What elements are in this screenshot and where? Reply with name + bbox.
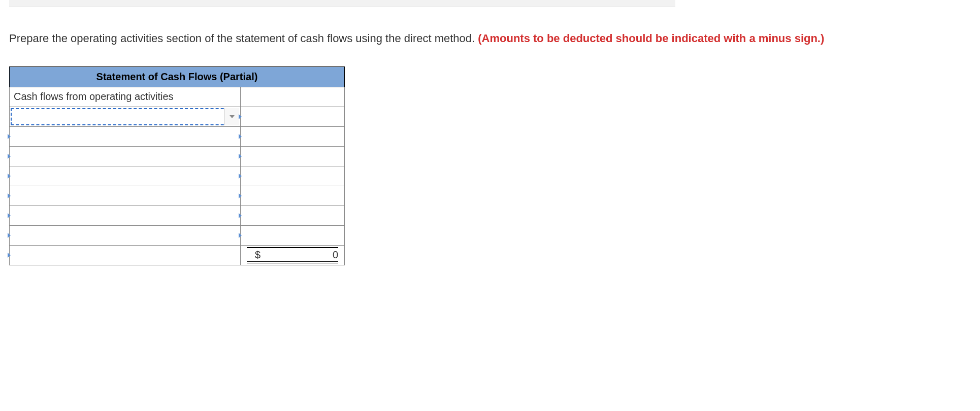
- line-item-value-input[interactable]: [241, 225, 345, 245]
- table-row: [10, 225, 345, 245]
- total-label-input[interactable]: [10, 245, 241, 265]
- section-heading-value: [241, 87, 345, 107]
- expand-indicator-icon: [239, 154, 242, 159]
- line-item-dropdown[interactable]: [10, 107, 241, 126]
- expand-indicator-icon: [239, 233, 242, 238]
- content: Prepare the operating activities section…: [0, 7, 980, 265]
- dropdown-field[interactable]: [11, 108, 239, 125]
- total-row: $ 0: [10, 245, 345, 265]
- table-row: [10, 126, 345, 146]
- currency-symbol: $: [247, 249, 260, 261]
- line-item-value-input[interactable]: [241, 166, 345, 186]
- line-item-value-input[interactable]: [241, 186, 345, 206]
- line-item-label-input[interactable]: [10, 186, 241, 206]
- line-item-label-input[interactable]: [10, 126, 241, 146]
- table-row: [10, 186, 345, 206]
- expand-indicator-icon: [8, 154, 11, 159]
- expand-indicator-icon: [8, 174, 11, 179]
- expand-indicator-icon: [8, 193, 11, 198]
- instruction-emphasis: (Amounts to be deducted should be indica…: [478, 32, 824, 45]
- cash-flow-table: Statement of Cash Flows (Partial) Cash f…: [9, 66, 345, 265]
- table-row: [10, 206, 345, 225]
- expand-indicator-icon: [8, 253, 11, 258]
- table-row: [10, 107, 345, 126]
- line-item-label-input[interactable]: [10, 146, 241, 166]
- line-item-value-input[interactable]: [241, 206, 345, 225]
- dropdown-toggle[interactable]: [224, 108, 239, 125]
- line-item-value-input[interactable]: [241, 126, 345, 146]
- total-value: 0: [333, 249, 338, 261]
- line-item-label-input[interactable]: [10, 225, 241, 245]
- expand-indicator-icon: [239, 134, 242, 139]
- table-row: [10, 146, 345, 166]
- cash-flow-table-wrap: Statement of Cash Flows (Partial) Cash f…: [9, 66, 344, 265]
- total-value-wrap: $ 0: [247, 247, 338, 263]
- expand-indicator-icon: [239, 213, 242, 218]
- table-row: [10, 166, 345, 186]
- expand-indicator-icon: [8, 233, 11, 238]
- line-item-label-input[interactable]: [10, 206, 241, 225]
- expand-indicator-icon: [8, 134, 11, 139]
- chevron-down-icon: [230, 115, 235, 118]
- expand-indicator-icon: [239, 193, 242, 198]
- total-value-cell: $ 0: [241, 245, 345, 265]
- expand-indicator-icon: [239, 174, 242, 179]
- section-heading: Cash flows from operating activities: [10, 88, 240, 106]
- header-strip: [9, 0, 675, 7]
- line-item-label-input[interactable]: [10, 166, 241, 186]
- line-item-value-input[interactable]: [241, 146, 345, 166]
- instruction-text: Prepare the operating activities section…: [9, 31, 971, 46]
- expand-indicator-icon: [239, 114, 242, 119]
- line-item-value-input[interactable]: [241, 107, 345, 126]
- expand-indicator-icon: [8, 213, 11, 218]
- section-heading-cell: Cash flows from operating activities: [10, 87, 241, 107]
- instruction-plain: Prepare the operating activities section…: [9, 32, 478, 45]
- table-title: Statement of Cash Flows (Partial): [10, 66, 345, 87]
